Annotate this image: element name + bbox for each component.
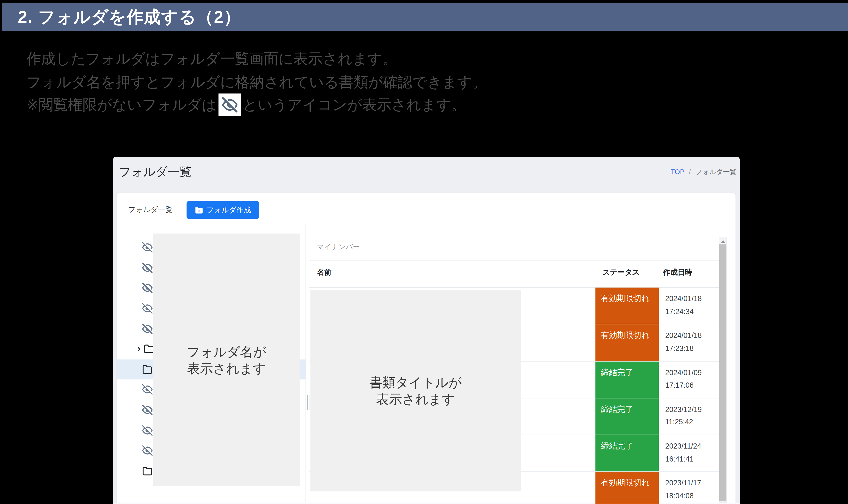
folder-group-label: マイナンバー <box>317 242 360 252</box>
group-divider <box>309 260 719 260</box>
description-line-3-after: というアイコンが表示されます。 <box>243 93 466 116</box>
created-at-cell: 2023/11/2416:41:41 <box>665 440 701 466</box>
description-line: 作成したフォルダはフォルダ一覧画面に表示されます。 <box>26 48 487 71</box>
column-header-status: ステータス <box>602 268 640 277</box>
breadcrumb: TOP / フォルダ一覧 <box>671 167 737 177</box>
created-at-cell: 2024/01/1817:23:18 <box>665 329 702 355</box>
create-folder-button[interactable]: フォルダ作成 <box>187 201 259 219</box>
sidebar-overlay-text: 表示されます <box>187 360 266 377</box>
sidebar-splitter-line <box>305 224 306 503</box>
breadcrumb-current: フォルダ一覧 <box>695 168 737 176</box>
created-at-cell: 2024/01/0917:17:06 <box>665 366 702 392</box>
slide: 2. フォルダを作成する（2） 作成したフォルダはフォルダ一覧画面に表示されます… <box>0 0 848 504</box>
breadcrumb-home-link[interactable]: TOP <box>671 168 684 176</box>
eye-off-icon <box>142 263 153 273</box>
scroll-up-arrow-icon[interactable] <box>721 240 725 243</box>
document-overlay-text: 表示されます <box>376 391 455 407</box>
slide-description: 作成したフォルダはフォルダ一覧画面に表示されます。 フォルダ名を押すとフォルダに… <box>26 48 487 116</box>
eye-off-icon <box>142 324 153 334</box>
eye-off-icon <box>142 283 153 293</box>
eye-off-icon <box>142 425 153 436</box>
status-cell: 有効期限切れ <box>595 324 659 361</box>
eye-off-icon <box>142 405 153 415</box>
status-cell: 有効期限切れ <box>595 472 659 504</box>
description-line-3-before: ※閲覧権限がないフォルダは <box>26 93 217 116</box>
eye-off-icon <box>142 446 153 456</box>
toolbar-divider <box>117 224 736 224</box>
folder-icon <box>144 344 154 355</box>
folder-icon <box>142 466 153 476</box>
eye-off-icon <box>142 303 153 313</box>
document-annotation-overlay: 書類タイトルが 表示されます <box>311 290 521 491</box>
status-cell: 締結完了 <box>595 435 659 472</box>
scrollbar-thumb[interactable] <box>719 244 726 501</box>
eye-off-icon <box>142 242 153 253</box>
slide-title: 2. フォルダを作成する（2） <box>18 6 241 28</box>
folder-icon <box>142 364 153 375</box>
create-folder-button-label: フォルダ作成 <box>207 205 251 215</box>
created-at-cell: 2023/12/1911:25:42 <box>665 403 702 429</box>
status-cell: 締結完了 <box>595 398 659 435</box>
description-line: フォルダ名を押すとフォルダに格納されている書類が確認できます。 <box>26 71 487 93</box>
folder-plus-icon <box>195 206 203 215</box>
document-overlay-text: 書類タイトルが <box>369 374 462 391</box>
slide-header-bar: 2. フォルダを作成する（2） <box>2 3 848 31</box>
folder-list-card: フォルダ一覧 フォルダ作成 フォルダ名が 表示されます マイナンバー 名前 ステ… <box>117 193 736 503</box>
description-line: ※閲覧権限がないフォルダは というアイコンが表示されます。 <box>26 93 487 116</box>
created-at-cell: 2024/01/1817:24:34 <box>665 292 702 318</box>
folder-list-label: フォルダ一覧 <box>128 205 173 215</box>
vertical-scrollbar[interactable] <box>719 237 727 503</box>
chevron-right-icon <box>136 346 142 352</box>
status-cell: 締結完了 <box>595 361 659 398</box>
app-window: フォルダ一覧 TOP / フォルダ一覧 フォルダ一覧 フォルダ作成 フォルダ名が… <box>113 157 740 504</box>
status-cell: 有効期限切れ <box>595 288 659 324</box>
sidebar-annotation-overlay: フォルダ名が 表示されます <box>153 234 300 486</box>
column-header-created: 作成日時 <box>663 268 692 277</box>
sidebar-overlay-text: フォルダ名が <box>187 343 266 360</box>
eye-off-icon <box>142 384 153 395</box>
column-header-name: 名前 <box>317 268 332 277</box>
page-title: フォルダ一覧 <box>119 164 192 180</box>
eye-off-icon <box>218 94 241 116</box>
created-at-cell: 2023/11/1718:04:08 <box>665 477 701 503</box>
breadcrumb-separator: / <box>689 168 691 176</box>
